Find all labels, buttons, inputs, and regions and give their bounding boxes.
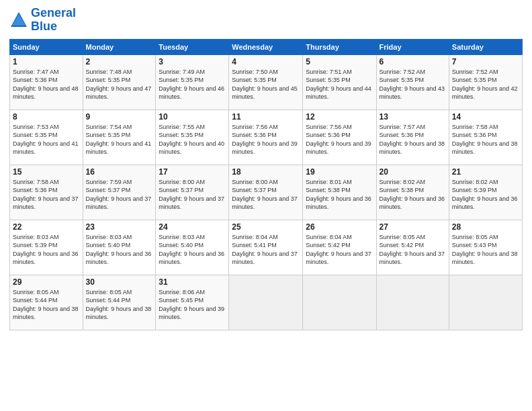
week-row-2: 8 Sunrise: 7:53 AM Sunset: 5:35 PM Dayli… <box>10 109 523 165</box>
day-number: 26 <box>306 222 373 232</box>
page: General Blue SundayMondayTuesdayWednesda… <box>0 0 532 411</box>
day-info: Sunrise: 7:55 AM Sunset: 5:35 PM Dayligh… <box>159 123 226 156</box>
day-number: 20 <box>380 167 446 177</box>
day-cell <box>303 275 376 330</box>
day-info: Sunrise: 7:58 AM Sunset: 5:36 PM Dayligh… <box>452 123 519 156</box>
day-number: 17 <box>159 167 226 177</box>
day-info: Sunrise: 8:05 AM Sunset: 5:44 PM Dayligh… <box>13 288 80 322</box>
logo-icon <box>9 11 28 30</box>
col-header-sunday: Sunday <box>10 39 83 54</box>
day-info: Sunrise: 8:00 AM Sunset: 5:37 PM Dayligh… <box>159 178 226 212</box>
col-header-saturday: Saturday <box>449 39 522 54</box>
day-info: Sunrise: 8:05 AM Sunset: 5:44 PM Dayligh… <box>86 288 153 322</box>
day-number: 31 <box>159 277 226 287</box>
day-number: 12 <box>306 112 373 122</box>
day-cell: 14 Sunrise: 7:58 AM Sunset: 5:36 PM Dayl… <box>449 109 522 165</box>
day-info: Sunrise: 8:01 AM Sunset: 5:38 PM Dayligh… <box>306 178 373 212</box>
day-cell: 24 Sunrise: 8:03 AM Sunset: 5:40 PM Dayl… <box>156 220 229 275</box>
day-info: Sunrise: 7:47 AM Sunset: 5:36 PM Dayligh… <box>13 68 80 101</box>
day-cell: 18 Sunrise: 8:00 AM Sunset: 5:37 PM Dayl… <box>229 165 303 220</box>
day-info: Sunrise: 7:49 AM Sunset: 5:35 PM Dayligh… <box>159 68 226 101</box>
day-cell: 6 Sunrise: 7:52 AM Sunset: 5:35 PM Dayli… <box>376 54 449 109</box>
day-cell: 20 Sunrise: 8:02 AM Sunset: 5:38 PM Dayl… <box>376 165 449 220</box>
day-number: 1 <box>13 57 80 66</box>
day-number: 7 <box>452 57 519 66</box>
day-info: Sunrise: 7:57 AM Sunset: 5:36 PM Dayligh… <box>380 123 446 156</box>
day-cell: 5 Sunrise: 7:51 AM Sunset: 5:35 PM Dayli… <box>303 54 376 109</box>
header: General Blue <box>9 7 523 34</box>
day-cell: 11 Sunrise: 7:56 AM Sunset: 5:36 PM Dayl… <box>229 109 303 165</box>
day-cell: 19 Sunrise: 8:01 AM Sunset: 5:38 PM Dayl… <box>303 165 376 220</box>
day-cell: 29 Sunrise: 8:05 AM Sunset: 5:44 PM Dayl… <box>10 275 83 330</box>
day-cell: 2 Sunrise: 7:48 AM Sunset: 5:35 PM Dayli… <box>83 54 156 109</box>
calendar-table: SundayMondayTuesdayWednesdayThursdayFrid… <box>9 39 523 330</box>
day-number: 4 <box>232 57 300 66</box>
day-number: 5 <box>306 57 373 66</box>
day-info: Sunrise: 7:51 AM Sunset: 5:35 PM Dayligh… <box>306 68 373 101</box>
day-number: 24 <box>159 222 226 232</box>
day-info: Sunrise: 8:03 AM Sunset: 5:39 PM Dayligh… <box>13 233 80 267</box>
day-cell: 15 Sunrise: 7:58 AM Sunset: 5:36 PM Dayl… <box>10 165 83 220</box>
day-cell: 30 Sunrise: 8:05 AM Sunset: 5:44 PM Dayl… <box>83 275 156 330</box>
day-info: Sunrise: 7:52 AM Sunset: 5:35 PM Dayligh… <box>452 68 519 101</box>
day-cell: 17 Sunrise: 8:00 AM Sunset: 5:37 PM Dayl… <box>156 165 229 220</box>
day-number: 13 <box>380 112 446 122</box>
day-cell: 13 Sunrise: 7:57 AM Sunset: 5:36 PM Dayl… <box>376 109 449 165</box>
day-number: 11 <box>232 112 300 122</box>
col-header-friday: Friday <box>376 39 449 54</box>
day-number: 16 <box>86 167 153 177</box>
day-number: 18 <box>232 167 300 177</box>
week-row-5: 29 Sunrise: 8:05 AM Sunset: 5:44 PM Dayl… <box>10 275 523 330</box>
day-cell: 8 Sunrise: 7:53 AM Sunset: 5:35 PM Dayli… <box>10 109 83 165</box>
day-cell: 3 Sunrise: 7:49 AM Sunset: 5:35 PM Dayli… <box>156 54 229 109</box>
day-number: 19 <box>306 167 373 177</box>
day-number: 2 <box>86 57 153 66</box>
day-number: 22 <box>13 222 80 232</box>
day-cell <box>376 275 449 330</box>
col-header-thursday: Thursday <box>303 39 376 54</box>
day-cell: 4 Sunrise: 7:50 AM Sunset: 5:35 PM Dayli… <box>229 54 303 109</box>
day-info: Sunrise: 7:59 AM Sunset: 5:37 PM Dayligh… <box>86 178 153 212</box>
day-number: 3 <box>159 57 226 66</box>
day-info: Sunrise: 7:48 AM Sunset: 5:35 PM Dayligh… <box>86 68 153 101</box>
day-info: Sunrise: 7:52 AM Sunset: 5:35 PM Dayligh… <box>380 68 446 101</box>
day-info: Sunrise: 8:05 AM Sunset: 5:43 PM Dayligh… <box>452 233 519 267</box>
day-info: Sunrise: 7:54 AM Sunset: 5:35 PM Dayligh… <box>86 123 153 156</box>
day-cell: 26 Sunrise: 8:04 AM Sunset: 5:42 PM Dayl… <box>303 220 376 275</box>
day-info: Sunrise: 7:58 AM Sunset: 5:36 PM Dayligh… <box>13 178 80 212</box>
col-header-tuesday: Tuesday <box>156 39 229 54</box>
day-info: Sunrise: 7:50 AM Sunset: 5:35 PM Dayligh… <box>232 68 300 101</box>
day-info: Sunrise: 8:02 AM Sunset: 5:39 PM Dayligh… <box>452 178 519 212</box>
day-info: Sunrise: 8:04 AM Sunset: 5:42 PM Dayligh… <box>306 233 373 267</box>
day-cell: 27 Sunrise: 8:05 AM Sunset: 5:42 PM Dayl… <box>376 220 449 275</box>
day-number: 10 <box>159 112 226 122</box>
day-info: Sunrise: 7:56 AM Sunset: 5:36 PM Dayligh… <box>232 123 300 156</box>
header-row: SundayMondayTuesdayWednesdayThursdayFrid… <box>10 39 523 54</box>
day-number: 29 <box>13 277 80 287</box>
svg-marker-1 <box>12 14 26 26</box>
day-info: Sunrise: 8:02 AM Sunset: 5:38 PM Dayligh… <box>380 178 446 212</box>
day-info: Sunrise: 8:03 AM Sunset: 5:40 PM Dayligh… <box>159 233 226 267</box>
logo: General Blue <box>9 7 76 34</box>
day-info: Sunrise: 7:56 AM Sunset: 5:36 PM Dayligh… <box>306 123 373 156</box>
day-info: Sunrise: 8:04 AM Sunset: 5:41 PM Dayligh… <box>232 233 300 267</box>
day-info: Sunrise: 8:00 AM Sunset: 5:37 PM Dayligh… <box>232 178 300 212</box>
day-info: Sunrise: 7:53 AM Sunset: 5:35 PM Dayligh… <box>13 123 80 156</box>
day-cell: 7 Sunrise: 7:52 AM Sunset: 5:35 PM Dayli… <box>449 54 522 109</box>
day-cell: 9 Sunrise: 7:54 AM Sunset: 5:35 PM Dayli… <box>83 109 156 165</box>
week-row-3: 15 Sunrise: 7:58 AM Sunset: 5:36 PM Dayl… <box>10 165 523 220</box>
day-cell: 22 Sunrise: 8:03 AM Sunset: 5:39 PM Dayl… <box>10 220 83 275</box>
day-cell: 23 Sunrise: 8:03 AM Sunset: 5:40 PM Dayl… <box>83 220 156 275</box>
day-number: 27 <box>380 222 446 232</box>
day-cell <box>449 275 522 330</box>
week-row-4: 22 Sunrise: 8:03 AM Sunset: 5:39 PM Dayl… <box>10 220 523 275</box>
day-number: 21 <box>452 167 519 177</box>
day-info: Sunrise: 8:05 AM Sunset: 5:42 PM Dayligh… <box>380 233 446 267</box>
day-number: 28 <box>452 222 519 232</box>
day-number: 8 <box>13 112 80 122</box>
day-cell: 16 Sunrise: 7:59 AM Sunset: 5:37 PM Dayl… <box>83 165 156 220</box>
day-cell: 31 Sunrise: 8:06 AM Sunset: 5:45 PM Dayl… <box>156 275 229 330</box>
day-number: 23 <box>86 222 153 232</box>
day-cell: 12 Sunrise: 7:56 AM Sunset: 5:36 PM Dayl… <box>303 109 376 165</box>
day-cell: 1 Sunrise: 7:47 AM Sunset: 5:36 PM Dayli… <box>10 54 83 109</box>
